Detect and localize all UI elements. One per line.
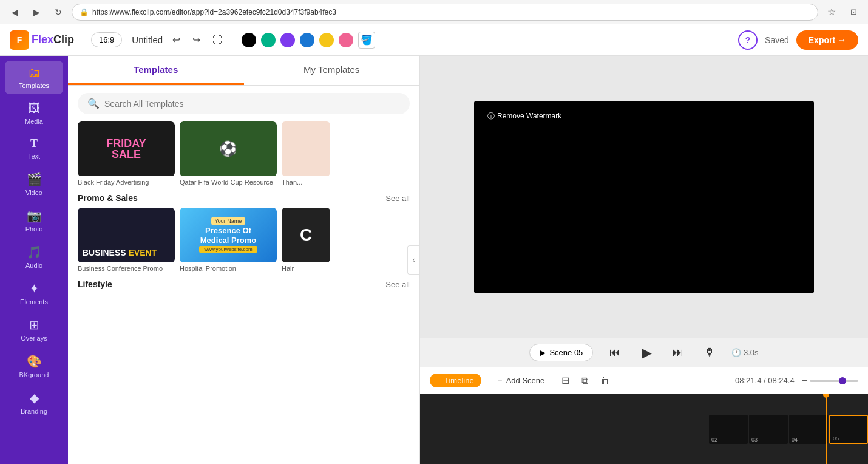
fill-tool-button[interactable]: 🪣 bbox=[358, 32, 375, 49]
color-swatch-pink[interactable] bbox=[339, 33, 353, 47]
timeline-scene-02[interactable]: 02 bbox=[709, 415, 748, 444]
sidebar-label-branding: Branding bbox=[21, 408, 47, 415]
aspect-ratio-button[interactable]: 16:9 bbox=[91, 32, 122, 47]
business-event-text: BUSINESS EVENT bbox=[83, 248, 157, 258]
canvas-area: ⓘ Remove Watermark ▶ Scene 05 ⏮ ▶ ⏭ 🎙 🕐 … bbox=[420, 56, 868, 464]
med-logo: Your Name bbox=[211, 217, 246, 225]
med-url: www.yourwebsite.com bbox=[199, 246, 257, 253]
refresh-button[interactable]: ↻ bbox=[50, 4, 67, 21]
export-button[interactable]: Export → bbox=[796, 30, 858, 50]
sidebar-item-overlays[interactable]: ⊞ Overlays bbox=[5, 313, 63, 347]
back-button[interactable]: ◀ bbox=[6, 4, 23, 21]
mic-button[interactable]: 🎙 bbox=[700, 343, 719, 363]
template-card-black-friday[interactable]: FRIDAY SALE Black Friday Advertising bbox=[78, 121, 175, 186]
sidebar-item-bkground[interactable]: 🎨 BKground bbox=[5, 349, 63, 383]
sidebar-item-audio[interactable]: 🎵 Audio bbox=[5, 240, 63, 274]
photo-icon: 📷 bbox=[27, 208, 42, 223]
play-icon-small: ▶ bbox=[540, 348, 546, 357]
forward-button[interactable]: ▶ bbox=[28, 4, 45, 21]
template-thumb-hair: C bbox=[282, 208, 330, 262]
bookmark-button[interactable]: ☆ bbox=[823, 4, 840, 21]
templates-panel: Templates My Templates 🔍 FRIDAY SALE Bla… bbox=[68, 56, 420, 464]
template-thumb-business: BUSINESS EVENT bbox=[78, 208, 175, 262]
collapse-panel-button[interactable]: ‹ bbox=[407, 245, 419, 275]
add-scene-button[interactable]: ＋ Add Scene bbox=[489, 373, 552, 389]
sidebar-item-branding[interactable]: ◆ Branding bbox=[5, 386, 63, 420]
template-card-qatar[interactable]: ⚽ Qatar Fifa World Cup Resource bbox=[180, 121, 277, 186]
timeline-scene-04[interactable]: 04 bbox=[789, 415, 828, 444]
sidebar-item-media[interactable]: 🖼 Media bbox=[5, 97, 63, 130]
fullscreen-button[interactable]: ⛶ bbox=[210, 32, 225, 48]
video-icon: 🎬 bbox=[27, 172, 42, 186]
tab-templates[interactable]: Templates bbox=[68, 56, 244, 85]
sidebar-item-elements[interactable]: ✦ Elements bbox=[5, 276, 63, 310]
sidebar-item-photo[interactable]: 📷 Photo bbox=[5, 203, 63, 237]
promo-section-header: Promo & Sales See all bbox=[78, 193, 410, 203]
remove-watermark-button[interactable]: ⓘ Remove Watermark bbox=[481, 109, 568, 124]
next-scene-button[interactable]: ⏭ bbox=[668, 343, 688, 363]
text-icon: T bbox=[30, 137, 38, 150]
undo-button[interactable]: ↩ bbox=[170, 32, 183, 48]
color-swatch-yellow[interactable] bbox=[319, 33, 334, 47]
search-input[interactable] bbox=[104, 99, 400, 109]
timeline-icon: ⏤ bbox=[437, 376, 442, 385]
info-icon: ⓘ bbox=[487, 111, 495, 121]
zoom-thumb bbox=[839, 377, 846, 384]
templates-icon: 🗂 bbox=[28, 66, 40, 80]
duration-display: 🕐 3.0s bbox=[731, 348, 758, 357]
bkground-icon: 🎨 bbox=[27, 354, 42, 369]
promo-see-all[interactable]: See all bbox=[385, 194, 410, 203]
app-bar: F FlexClip 16:9 Untitled ↩ ↪ ⛶ 🪣 ? Saved… bbox=[0, 24, 868, 56]
color-swatch-black[interactable] bbox=[242, 33, 256, 47]
remove-watermark-text: Remove Watermark bbox=[497, 112, 561, 120]
color-swatch-purple[interactable] bbox=[280, 33, 295, 47]
plus-icon: ＋ bbox=[496, 375, 504, 386]
split-button[interactable]: ⊟ bbox=[559, 372, 572, 389]
sidebar-label-elements: Elements bbox=[20, 298, 48, 305]
sidebar-item-templates[interactable]: 🗂 Templates bbox=[5, 61, 63, 94]
logo: F FlexClip bbox=[10, 30, 74, 50]
shield-icon: 🔒 bbox=[80, 8, 89, 16]
delete-button[interactable]: 🗑 bbox=[598, 373, 612, 389]
profile-button[interactable]: ⊡ bbox=[845, 4, 862, 21]
zoom-slider[interactable] bbox=[810, 380, 858, 382]
audio-icon: 🎵 bbox=[27, 245, 42, 259]
sidebar-label-video: Video bbox=[25, 189, 42, 196]
prev-scene-button[interactable]: ⏮ bbox=[605, 343, 625, 363]
timeline-scene-03[interactable]: 03 bbox=[749, 415, 788, 444]
timeline-scene-05[interactable]: 05 bbox=[829, 415, 868, 444]
template-card-hospital[interactable]: Your Name Presence OfMedical Promo www.y… bbox=[180, 208, 277, 272]
timeline-label: Timeline bbox=[444, 376, 474, 385]
timeline-button[interactable]: ⏤ Timeline bbox=[430, 374, 481, 387]
redo-button[interactable]: ↪ bbox=[190, 32, 203, 48]
duration-text: 3.0s bbox=[744, 348, 759, 357]
browser-bar: ◀ ▶ ↻ 🔒 https://www.flexclip.com/editor/… bbox=[0, 0, 868, 24]
color-swatches: 🪣 bbox=[242, 32, 375, 49]
lifestyle-see-all[interactable]: See all bbox=[385, 280, 410, 289]
time-current: 08:21.4 bbox=[735, 376, 761, 385]
hair-letter: C bbox=[300, 225, 312, 245]
help-button[interactable]: ? bbox=[738, 30, 758, 50]
template-card-partial[interactable]: Than... bbox=[282, 121, 330, 186]
template-name-business-conf: Business Conference Promo bbox=[78, 265, 175, 272]
tab-my-templates[interactable]: My Templates bbox=[244, 56, 420, 85]
sidebar-item-text[interactable]: T Text bbox=[5, 132, 63, 165]
color-swatch-blue[interactable] bbox=[300, 33, 314, 47]
sidebar-item-video[interactable]: 🎬 Video bbox=[5, 167, 63, 201]
template-name-hair: Hair bbox=[282, 265, 330, 272]
scene-label-button[interactable]: ▶ Scene 05 bbox=[529, 344, 593, 361]
lifestyle-section-header: Lifestyle See all bbox=[78, 279, 410, 289]
template-card-hair-partial[interactable]: C Hair bbox=[282, 208, 330, 272]
playhead bbox=[826, 394, 827, 464]
template-card-business-conf[interactable]: BUSINESS EVENT Business Conference Promo bbox=[78, 208, 175, 272]
play-button[interactable]: ▶ bbox=[637, 343, 656, 363]
bfs-friday-text: FRIDAY bbox=[106, 138, 146, 149]
duplicate-button[interactable]: ⧉ bbox=[579, 373, 591, 389]
left-sidebar: 🗂 Templates 🖼 Media T Text 🎬 Video 📷 Pho… bbox=[0, 56, 68, 464]
color-swatch-teal[interactable] bbox=[261, 33, 276, 47]
sidebar-label-photo: Photo bbox=[25, 225, 43, 233]
zoom-out-button[interactable]: − bbox=[802, 375, 807, 386]
sidebar-label-text: Text bbox=[28, 152, 40, 160]
logo-text: FlexClip bbox=[32, 33, 74, 46]
med-title: Presence OfMedical Promo bbox=[200, 226, 256, 245]
